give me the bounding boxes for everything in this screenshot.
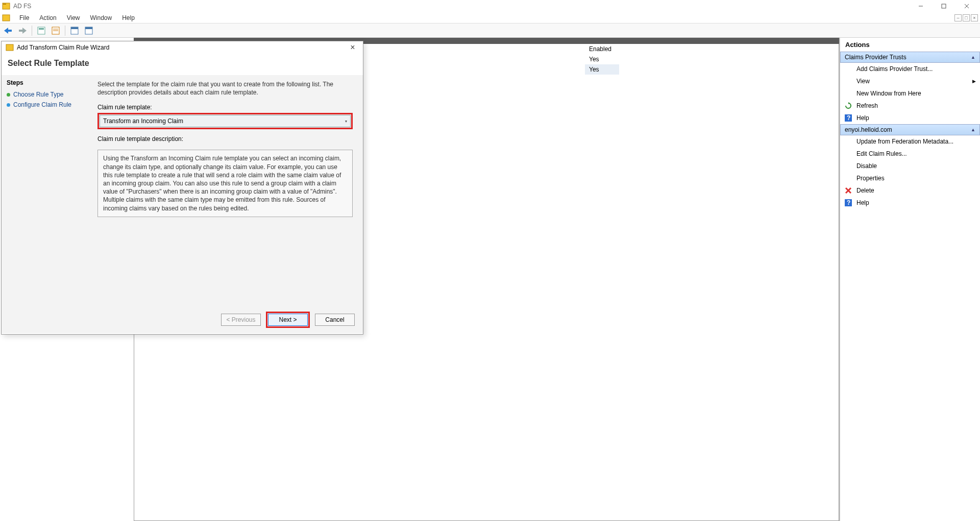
wizard-icon bbox=[6, 43, 14, 52]
toolbar-separator bbox=[65, 26, 65, 36]
action-refresh[interactable]: Refresh bbox=[840, 100, 980, 112]
combo-label: Claim rule template: bbox=[97, 104, 353, 111]
help-icon: ? bbox=[844, 114, 852, 122]
svg-rect-10 bbox=[19, 30, 23, 32]
menu-view[interactable]: View bbox=[62, 13, 85, 22]
actions-section-claims-provider-trusts[interactable]: Claims Provider Trusts ▲ bbox=[840, 52, 980, 63]
menu-window[interactable]: Window bbox=[85, 13, 117, 22]
step-choose-rule-type[interactable]: Choose Rule Type bbox=[7, 89, 84, 100]
mdi-minimize[interactable]: – bbox=[954, 14, 962, 21]
action-delete[interactable]: Delete bbox=[840, 184, 980, 197]
app-icon-small bbox=[2, 14, 10, 22]
collapse-icon: ▲ bbox=[971, 127, 975, 132]
svg-rect-3 bbox=[942, 4, 946, 8]
column-header-enabled[interactable]: Enabled bbox=[585, 44, 619, 54]
toolbar-btn-1[interactable] bbox=[35, 25, 47, 36]
refresh-icon bbox=[844, 102, 852, 110]
wizard-steps-pane: Steps Choose Rule Type Configure Claim R… bbox=[2, 75, 89, 333]
minimize-button[interactable] bbox=[909, 1, 932, 12]
action-view[interactable]: View▶ bbox=[840, 75, 980, 87]
svg-rect-12 bbox=[39, 28, 44, 30]
wizard-page-header: Select Rule Template bbox=[2, 54, 363, 75]
menu-help[interactable]: Help bbox=[117, 13, 140, 22]
action-edit-claim-rules[interactable]: Edit Claim Rules... bbox=[840, 148, 980, 160]
template-description: Using the Transform an Incoming Claim ru… bbox=[97, 150, 353, 217]
combo-highlight: Transform an Incoming Claim ▾ bbox=[97, 113, 353, 129]
action-help[interactable]: ?Help bbox=[840, 112, 980, 124]
action-update-metadata[interactable]: Update from Federation Metadata... bbox=[840, 135, 980, 148]
action-properties[interactable]: Properties bbox=[840, 172, 980, 184]
svg-rect-27 bbox=[6, 44, 13, 51]
delete-icon bbox=[844, 186, 852, 195]
action-help[interactable]: ?Help bbox=[840, 197, 980, 209]
app-icon bbox=[2, 2, 10, 10]
svg-rect-1 bbox=[3, 4, 6, 5]
list-row[interactable]: Yes bbox=[585, 54, 619, 64]
nav-back-button[interactable] bbox=[2, 25, 14, 36]
collapse-icon: ▲ bbox=[971, 55, 975, 60]
maximize-button[interactable] bbox=[932, 1, 955, 12]
actions-section-label: Claims Provider Trusts bbox=[845, 54, 906, 61]
svg-marker-7 bbox=[4, 28, 8, 34]
toolbar-btn-4[interactable] bbox=[83, 25, 95, 36]
desc-label: Claim rule template description: bbox=[97, 135, 353, 143]
wizard-title-text: Add Transform Claim Rule Wizard bbox=[17, 44, 109, 51]
list-row[interactable]: Yes bbox=[585, 64, 619, 75]
menubar: File Action View Window Help – □ × bbox=[0, 12, 980, 23]
mdi-close[interactable]: × bbox=[971, 14, 978, 21]
window-title: AD FS bbox=[13, 3, 31, 10]
previous-button: < Previous bbox=[221, 314, 261, 326]
svg-rect-19 bbox=[85, 27, 92, 29]
svg-rect-8 bbox=[8, 30, 12, 32]
action-add-claims-provider-trust[interactable]: Add Claims Provider Trust... bbox=[840, 63, 980, 75]
wizard-content: Select the template for the claim rule t… bbox=[89, 75, 363, 333]
chevron-down-icon: ▾ bbox=[345, 119, 347, 124]
cancel-button[interactable]: Cancel bbox=[315, 314, 355, 326]
toolbar-btn-2[interactable] bbox=[50, 25, 62, 36]
close-button[interactable] bbox=[955, 1, 978, 12]
svg-text:?: ? bbox=[847, 114, 850, 122]
nav-forward-button[interactable] bbox=[16, 25, 29, 36]
svg-marker-9 bbox=[22, 28, 27, 34]
main-list: Enabled Yes Yes bbox=[585, 44, 619, 75]
step-dot-icon bbox=[7, 93, 10, 97]
claim-rule-template-select[interactable]: Transform an Incoming Claim ▾ bbox=[100, 115, 351, 127]
wizard-titlebar: Add Transform Claim Rule Wizard × bbox=[2, 41, 363, 54]
step-configure-claim-rule[interactable]: Configure Claim Rule bbox=[7, 100, 84, 110]
submenu-arrow-icon: ▶ bbox=[972, 79, 976, 84]
svg-text:?: ? bbox=[847, 199, 850, 206]
wizard-dialog: Add Transform Claim Rule Wizard × Select… bbox=[1, 41, 363, 335]
window-titlebar: AD FS bbox=[0, 0, 980, 12]
wizard-instruction: Select the template for the claim rule t… bbox=[97, 80, 353, 97]
steps-title: Steps bbox=[7, 79, 84, 86]
help-icon: ? bbox=[844, 199, 852, 207]
menu-action[interactable]: Action bbox=[34, 13, 61, 22]
mdi-controls: – □ × bbox=[954, 14, 978, 21]
actions-section-selected-trust[interactable]: enyoi.helloid.com ▲ bbox=[840, 124, 980, 135]
actions-pane: Actions Claims Provider Trusts ▲ Add Cla… bbox=[840, 38, 980, 521]
wizard-close-button[interactable]: × bbox=[347, 43, 359, 52]
step-dot-icon bbox=[7, 103, 10, 107]
action-disable[interactable]: Disable bbox=[840, 160, 980, 172]
actions-section-label: enyoi.helloid.com bbox=[845, 126, 892, 133]
menu-file[interactable]: File bbox=[14, 13, 34, 22]
svg-rect-6 bbox=[3, 15, 10, 21]
toolbar-separator bbox=[32, 26, 32, 36]
actions-title: Actions bbox=[840, 38, 980, 52]
next-button[interactable]: Next > bbox=[268, 314, 308, 326]
action-new-window[interactable]: New Window from Here bbox=[840, 87, 980, 100]
toolbar-btn-3[interactable] bbox=[68, 25, 81, 36]
combo-value: Transform an Incoming Claim bbox=[103, 117, 183, 125]
svg-rect-17 bbox=[71, 27, 78, 29]
mdi-restore[interactable]: □ bbox=[963, 14, 970, 21]
next-button-highlight: Next > bbox=[266, 312, 310, 328]
toolbar bbox=[0, 23, 980, 38]
